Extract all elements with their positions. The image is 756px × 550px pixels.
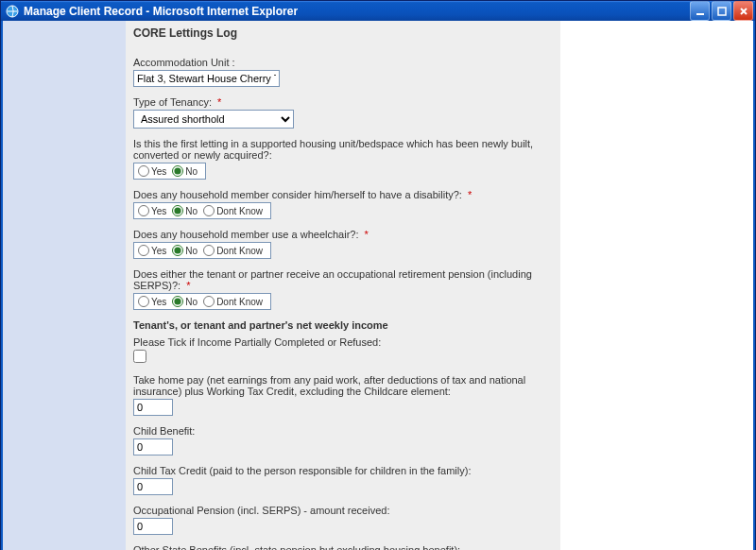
ie-icon (5, 4, 20, 19)
browser-window: Manage Client Record - Microsoft Interne… (0, 0, 756, 550)
occ-pension-label: Occupational Pension (incl. SERPS) - amo… (133, 505, 553, 516)
pension-yes[interactable] (138, 296, 149, 307)
accommodation-label: Accommodation Unit : (133, 57, 553, 68)
tenancy-select[interactable]: Assured shorthold (133, 110, 294, 129)
occ-pension-input[interactable] (133, 518, 173, 535)
first-letting-label: Is this the first letting in a supported… (133, 138, 553, 161)
disability-yes[interactable] (138, 205, 149, 216)
wheelchair-radios: Yes No Dont Know (133, 242, 271, 259)
pension-label: Does either the tenant or partner receiv… (133, 268, 553, 291)
tenancy-label: Type of Tenancy: * (133, 96, 553, 108)
take-home-input[interactable] (133, 399, 173, 416)
partial-label: Please Tick if Income Partially Complete… (133, 336, 553, 348)
first-letting-no[interactable] (172, 165, 183, 177)
pension-radios: Yes No Dont Know (133, 293, 271, 310)
wheelchair-label: Does any household member use a wheelcha… (133, 229, 553, 240)
disability-radios: Yes No Dont Know (133, 202, 271, 219)
disability-no[interactable] (172, 205, 183, 216)
income-section-heading: Tenant's, or tenant and partner's net we… (133, 319, 553, 331)
other-state-label: Other State Benefits (incl. state pensio… (133, 544, 553, 550)
client-area: CORE Lettings Log Accommodation Unit : T… (1, 21, 755, 550)
pension-no[interactable] (172, 296, 183, 307)
form-panel: CORE Lettings Log Accommodation Unit : T… (126, 21, 560, 550)
svg-rect-2 (718, 8, 726, 15)
title-bar: Manage Client Record - Microsoft Interne… (1, 1, 755, 21)
wheelchair-dk[interactable] (203, 245, 215, 256)
partial-checkbox[interactable] (133, 350, 146, 363)
pension-dk[interactable] (203, 296, 215, 307)
first-letting-radios: Yes No (133, 163, 206, 180)
child-tax-label: Child Tax Credit (paid to the person res… (133, 465, 553, 476)
required-asterisk: * (217, 96, 221, 108)
page-title: CORE Lettings Log (133, 26, 553, 40)
wheelchair-no[interactable] (172, 245, 183, 256)
close-button[interactable] (733, 1, 753, 21)
first-letting-yes[interactable] (138, 165, 149, 177)
wheelchair-yes[interactable] (138, 245, 149, 256)
child-benefit-label: Child Benefit: (133, 425, 553, 437)
accommodation-input[interactable] (133, 70, 280, 87)
window-controls (690, 1, 753, 21)
right-gutter (560, 21, 753, 550)
svg-rect-1 (696, 13, 704, 15)
disability-label: Does any household member consider him/h… (133, 189, 553, 200)
window-title: Manage Client Record - Microsoft Interne… (24, 5, 690, 18)
left-sidebar (3, 21, 126, 550)
disability-dk[interactable] (203, 205, 215, 216)
child-benefit-input[interactable] (133, 438, 173, 455)
child-tax-input[interactable] (133, 478, 173, 495)
scroll-area[interactable]: CORE Lettings Log Accommodation Unit : T… (3, 21, 753, 550)
minimize-button[interactable] (690, 1, 710, 21)
maximize-button[interactable] (712, 1, 731, 21)
take-home-label: Take home pay (net earnings from any pai… (133, 374, 553, 397)
